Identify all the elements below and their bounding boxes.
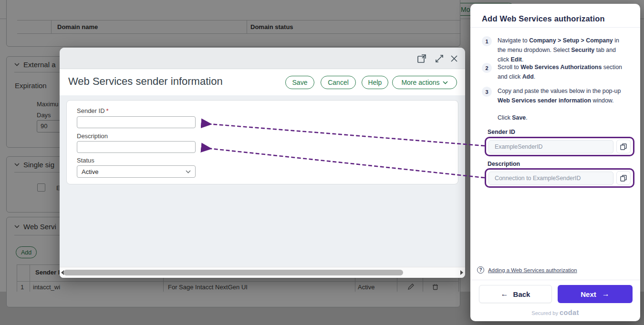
chevron-down-icon [443, 81, 448, 84]
step-3: 3 Copy and paste the values below in the… [482, 86, 629, 105]
step-3-text: Copy and paste the values below in the p… [498, 86, 629, 105]
panel-sender-id-label: Sender ID [488, 129, 515, 135]
modal-title: Web Services sender information [68, 75, 223, 88]
close-icon[interactable] [449, 53, 459, 64]
back-button[interactable]: ← Back [479, 285, 552, 303]
scrollbar-thumb[interactable] [63, 270, 403, 275]
step-1-text: Navigate to Company > Setup > Company in… [498, 36, 629, 64]
copy-sender-id-button[interactable] [616, 140, 631, 153]
step-1: 1 Navigate to Company > Setup > Company … [482, 36, 629, 64]
back-arrow-icon: ← [501, 290, 509, 298]
sender-form-card: Sender ID* Description Status Active [66, 100, 458, 184]
step-3-badge: 3 [482, 87, 492, 97]
modal-more-actions-label: More actions [401, 79, 439, 86]
description-input[interactable] [77, 141, 196, 153]
secured-by-footer: Secured by codat [470, 308, 640, 317]
copy-icon [620, 143, 627, 150]
open-in-new-window-icon[interactable] [416, 53, 427, 64]
question-mark-icon: ? [477, 266, 484, 274]
step-2: 2 Scroll to Web Services Authorizations … [482, 62, 629, 81]
sender-id-copybox: ExampleSenderID [485, 137, 634, 156]
status-label: Status [77, 157, 94, 164]
click-save-text: Click Save. [498, 113, 528, 122]
panel-title: Add Web Services authorization [482, 14, 605, 23]
modal-more-actions-button[interactable]: More actions [392, 76, 457, 89]
scroll-right-arrow-icon[interactable] [460, 270, 463, 275]
panel-description-label: Description [488, 161, 520, 167]
help-link-row[interactable]: ? Adding a Web Services authorization [477, 266, 577, 274]
description-label: Description [77, 132, 108, 140]
modal-titlebar [60, 48, 465, 69]
modal-header: Web Services sender information Save Can… [60, 69, 465, 95]
sender-id-copy-field[interactable]: ExampleSenderID [488, 140, 613, 153]
add-web-services-authorization-panel: Add Web Services authorization 1 Navigat… [470, 4, 640, 321]
modal-body: Sender ID* Description Status Active [60, 95, 465, 267]
web-services-sender-modal: Web Services sender information Save Can… [60, 48, 465, 278]
step-2-badge: 2 [482, 63, 492, 73]
description-copybox: Connection to ExampleSenderID [485, 168, 634, 188]
next-arrow-icon: → [602, 290, 610, 298]
help-link[interactable]: Adding a Web Services authorization [488, 267, 577, 273]
step-1-badge: 1 [482, 36, 492, 46]
copy-icon [620, 175, 627, 182]
horizontal-scrollbar[interactable] [60, 267, 465, 278]
modal-help-button[interactable]: Help [362, 76, 388, 89]
sender-id-label: Sender ID* [77, 107, 109, 114]
codat-logo: codat [560, 309, 579, 316]
status-select[interactable]: Active [77, 165, 196, 178]
secured-by-text: Secured by [531, 310, 560, 316]
status-select-value: Active [82, 168, 98, 175]
step-2-text: Scroll to Web Services Authorizations se… [498, 62, 629, 81]
description-copy-field[interactable]: Connection to ExampleSenderID [488, 172, 613, 185]
chevron-down-icon [186, 170, 191, 173]
back-button-label: Back [513, 290, 530, 298]
modal-cancel-button[interactable]: Cancel [321, 76, 356, 89]
copy-description-button[interactable] [616, 171, 631, 185]
modal-save-button[interactable]: Save [285, 76, 314, 89]
next-button[interactable]: Next → [558, 285, 633, 303]
next-button-label: Next [581, 290, 596, 298]
expand-icon[interactable] [434, 53, 445, 64]
sender-id-label-text: Sender ID [77, 107, 105, 114]
required-asterisk: * [106, 107, 109, 114]
sender-id-input[interactable] [77, 116, 196, 128]
